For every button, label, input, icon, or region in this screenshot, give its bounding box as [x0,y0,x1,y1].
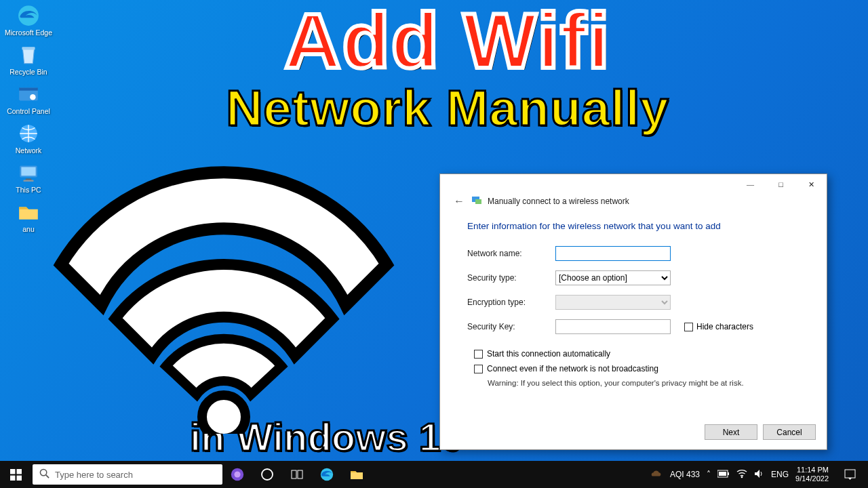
encryption-type-select [555,295,671,310]
hide-characters-label: Hide characters [696,322,753,331]
desktop-icon-label: Recycle Bin [9,68,47,76]
svg-line-18 [46,475,49,478]
svg-rect-9 [24,180,34,182]
auto-start-label: Start this connection automatically [487,349,610,359]
tray-chevron-up-icon[interactable]: ˄ [707,470,711,479]
svg-rect-15 [10,475,15,480]
this-pc-icon [17,161,40,184]
wifi-tray-icon[interactable] [736,469,747,480]
desktop-icon-label: This PC [16,186,41,194]
svg-point-28 [741,476,743,479]
auto-start-checkbox[interactable]: Start this connection automatically [474,349,800,359]
battery-icon[interactable] [717,470,730,479]
svg-point-4 [30,94,36,100]
label-security-type: Security type: [467,273,555,283]
svg-rect-22 [292,470,296,479]
desktop-icon-this-pc[interactable]: This PC [4,161,53,194]
svg-point-17 [40,469,46,475]
desktop-icon-label: anu [22,225,35,233]
svg-rect-3 [19,88,38,91]
aqi-text[interactable]: AQI 433 [670,470,700,479]
search-placeholder: Type here to search [55,470,133,480]
clock-date: 9/14/2022 [795,474,829,483]
dialog-body: Enter information for the wireless netwo… [440,210,827,387]
minimize-button[interactable]: — [735,174,766,195]
desktop-icon-label: Control Panel [7,107,50,115]
auto-start-input[interactable] [474,350,483,359]
security-type-select[interactable]: [Choose an option] [555,270,671,285]
svg-rect-7 [21,167,35,176]
privacy-warning: Warning: If you select this option, your… [488,379,800,387]
close-button[interactable]: ✕ [796,174,827,195]
svg-point-20 [234,471,240,477]
control-panel-icon [17,83,40,106]
dialog-title: Manually connect to a wireless network [488,197,629,206]
taskbar-edge-icon[interactable] [312,461,342,488]
svg-rect-1 [22,47,35,49]
svg-rect-29 [845,470,855,478]
svg-rect-16 [16,475,21,480]
svg-rect-12 [475,199,481,204]
action-center-icon[interactable] [835,461,864,488]
desktop-icon-folder[interactable]: anu [4,201,53,233]
search-icon [39,468,50,481]
overlay-title-group: Add Wifi Network Manually [149,0,746,137]
taskbar-explorer-icon[interactable] [342,461,372,488]
dialog-button-row: Next Cancel [705,424,816,440]
svg-rect-8 [26,179,32,180]
language-indicator[interactable]: ENG [771,470,789,479]
network-wizard-icon [471,195,482,207]
hide-characters-input[interactable] [684,323,693,331]
label-encryption-type: Encryption type: [467,298,555,307]
taskbar: Type here to search AQI 433 ˄ ENG 11:14 … [0,461,868,488]
recycle-bin-icon [17,43,40,66]
svg-rect-13 [10,469,15,474]
desktop-icon-label: Microsoft Edge [5,28,52,37]
label-security-key: Security Key: [467,322,555,331]
volume-icon[interactable] [754,469,764,480]
dialog-titlebar: — □ ✕ [440,174,827,195]
network-name-input[interactable] [555,246,671,261]
desktop-icon-label: Network [16,146,42,155]
overlay-line3: in Windows 10 [190,414,462,460]
hide-characters-checkbox[interactable]: Hide characters [684,322,753,331]
weather-icon[interactable] [651,468,663,481]
non-broadcast-input[interactable] [474,365,483,373]
svg-rect-27 [719,472,726,476]
taskbar-clock[interactable]: 11:14 PM 9/14/2022 [795,466,829,483]
wifi-icon [47,149,400,434]
wireless-network-dialog: — □ ✕ ← Manually connect to a wireless n… [439,174,827,450]
task-view-icon[interactable] [282,461,312,488]
svg-rect-14 [16,469,21,474]
non-broadcast-label: Connect even if the network is not broad… [487,364,658,373]
overlay-line1: Add Wifi [149,0,746,85]
desktop-icon-control-panel[interactable]: Control Panel [4,83,53,115]
taskbar-search[interactable]: Type here to search [33,464,222,485]
svg-point-21 [262,469,273,480]
back-icon[interactable]: ← [452,195,466,207]
desktop-icon-edge[interactable]: Microsoft Edge [4,4,53,37]
overlay-line2: Network Manually [149,79,746,137]
clock-time: 11:14 PM [795,466,829,474]
windows-logo-icon [10,469,22,481]
desktop-icon-column: Microsoft Edge Recycle Bin Control Panel… [4,4,53,233]
non-broadcast-checkbox[interactable]: Connect even if the network is not broad… [474,364,800,373]
label-network-name: Network name: [467,249,555,258]
maximize-button[interactable]: □ [766,174,796,195]
folder-icon [17,201,40,224]
desktop-icon-recycle-bin[interactable]: Recycle Bin [4,43,53,76]
edge-icon [17,4,40,27]
dialog-heading: Enter information for the wireless netwo… [467,221,800,231]
svg-point-10 [202,395,245,434]
taskbar-app-1[interactable] [222,461,252,488]
security-key-input[interactable] [555,319,671,334]
dialog-header: ← Manually connect to a wireless network [440,195,827,210]
system-tray: AQI 433 ˄ ENG 11:14 PM 9/14/2022 [651,461,868,488]
cortana-icon[interactable] [252,461,282,488]
desktop-icon-network[interactable]: Network [4,122,53,155]
network-icon [17,122,40,145]
next-button[interactable]: Next [705,424,757,440]
svg-rect-23 [298,470,302,479]
cancel-button[interactable]: Cancel [763,424,816,440]
start-button[interactable] [0,461,31,488]
